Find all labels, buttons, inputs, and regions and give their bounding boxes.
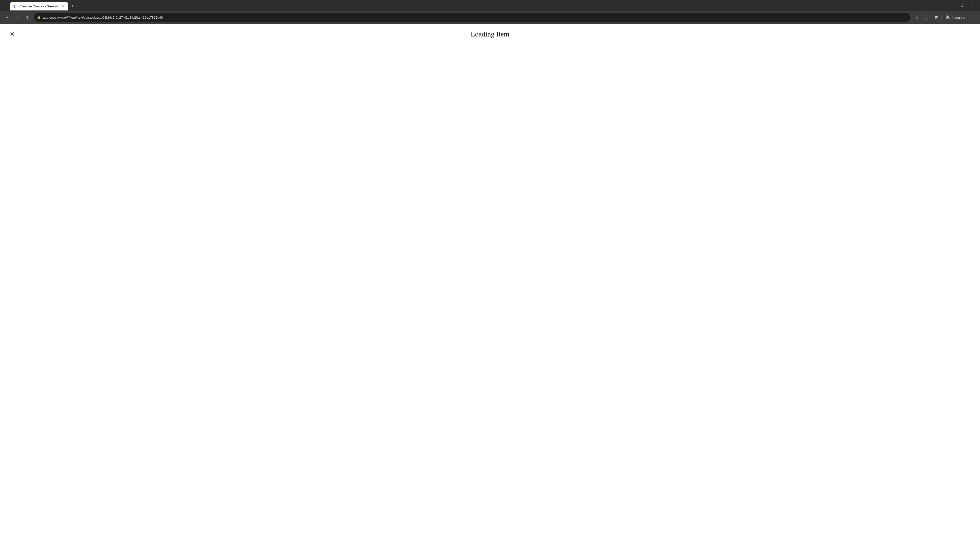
splitscreen-button[interactable]: ⊡ (932, 13, 940, 21)
tab-bar: ⌄ S Creative Canvas - Seesaw × + — ❐ ✕ (0, 0, 980, 11)
tab-favicon-letter: S (13, 4, 16, 8)
page-content: ✕ Loading Item (0, 24, 980, 551)
tab-title: Creative Canvas - Seesaw (19, 4, 59, 8)
window-controls: — ❐ ✕ (946, 2, 978, 11)
forward-button[interactable]: → (13, 13, 21, 21)
active-tab[interactable]: S Creative Canvas - Seesaw × (10, 2, 68, 11)
address-bar[interactable] (43, 16, 907, 19)
back-button[interactable]: ← (3, 13, 11, 21)
address-bar-container[interactable]: 🔒 (34, 13, 911, 22)
tab-close-button[interactable]: × (61, 4, 65, 8)
page-title: Loading Item (471, 30, 509, 38)
page-header: ✕ Loading Item (0, 24, 980, 44)
incognito-button[interactable]: 🕵 Incognito (943, 14, 968, 21)
browser-menu-button[interactable]: ⋮ (969, 13, 977, 21)
nav-bar: ← → ↻ 🔒 ☆ ⬛ ⊡ 🕵 Incognito ⋮ (0, 11, 980, 24)
tab-list-button[interactable]: ⌄ (2, 3, 9, 10)
reload-button[interactable]: ↻ (24, 13, 32, 21)
close-item-button[interactable]: ✕ (8, 30, 17, 39)
bookmark-button[interactable]: ☆ (913, 13, 921, 21)
tab-favicon: S (13, 4, 18, 8)
new-tab-button[interactable]: + (69, 3, 76, 10)
browser-chrome: ⌄ S Creative Canvas - Seesaw × + — ❐ ✕ ←… (0, 0, 980, 24)
incognito-icon: 🕵 (945, 15, 950, 20)
minimize-button[interactable]: — (946, 2, 956, 9)
toolbar-actions: ☆ ⬛ ⊡ 🕵 Incognito ⋮ (913, 13, 977, 21)
extensions-button[interactable]: ⬛ (922, 13, 930, 21)
incognito-label: Incognito (952, 16, 965, 19)
page-body (0, 44, 980, 551)
toolbar-divider (931, 15, 931, 20)
maximize-button[interactable]: ❐ (957, 2, 967, 9)
security-icon: 🔒 (37, 16, 41, 19)
close-window-button[interactable]: ✕ (968, 2, 978, 9)
